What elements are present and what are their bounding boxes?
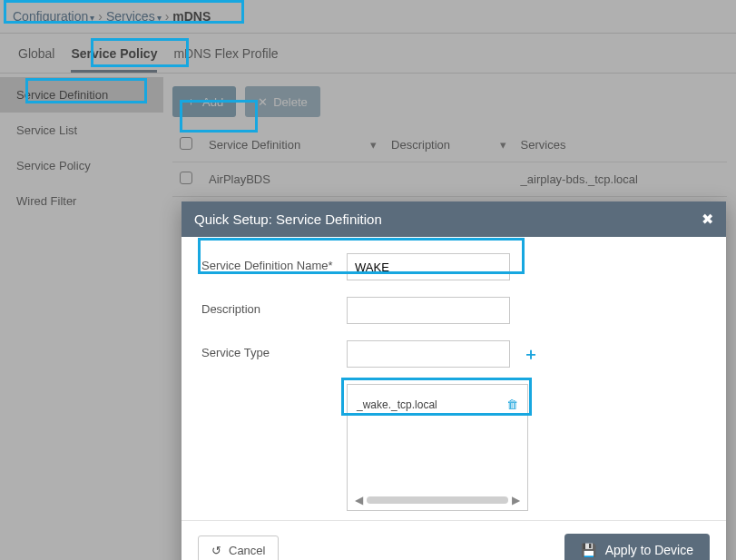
service-definition-name-input[interactable] <box>347 253 510 280</box>
trash-icon[interactable]: 🗑 <box>506 398 518 411</box>
scroll-track[interactable] <box>367 496 508 504</box>
col-header-description[interactable]: Description <box>391 138 450 152</box>
quick-setup-dialog: Quick Setup: Service Definition ✖ Servic… <box>182 201 726 560</box>
sidebar-item-service-definition[interactable]: Service Definition <box>0 77 163 113</box>
close-icon[interactable]: ✖ <box>702 211 713 228</box>
dialog-title: Quick Setup: Service Definition <box>194 211 382 227</box>
undo-icon: ↺ <box>211 544 221 557</box>
row-checkbox[interactable] <box>180 172 192 184</box>
add-service-type-icon[interactable]: ＋ <box>523 343 539 365</box>
chevron-right-icon: › <box>165 9 170 24</box>
chevron-down-icon: ▾ <box>90 13 94 23</box>
col-header-services[interactable]: Services <box>521 138 566 152</box>
col-header-definition[interactable]: Service Definition <box>209 138 300 152</box>
service-type-entry: _wake._tcp.local 🗑 <box>355 394 520 415</box>
main-content: ＋ Add ✕ Delete Service Definition▾ Descr… <box>163 74 736 219</box>
delete-button-label: Delete <box>273 95 308 109</box>
service-type-entry-text: _wake._tcp.local <box>357 398 437 411</box>
dialog-header: Quick Setup: Service Definition ✖ <box>182 201 726 237</box>
service-type-list: _wake._tcp.local 🗑 ◀ ▶ <box>347 384 528 511</box>
cell-description <box>384 162 514 197</box>
scroll-right-icon[interactable]: ▶ <box>512 494 520 506</box>
add-button[interactable]: ＋ Add <box>172 86 236 117</box>
apply-to-device-button[interactable]: 💾 Apply to Device <box>564 534 710 560</box>
cancel-button[interactable]: ↺ Cancel <box>198 535 279 561</box>
service-definition-table: Service Definition▾ Description▾ Service… <box>172 128 727 197</box>
breadcrumb: Configuration▾ › Services▾ › mDNS <box>0 0 736 34</box>
tab-mdns-flex-profile[interactable]: mDNS Flex Profile <box>173 46 278 73</box>
chevron-right-icon: › <box>98 9 103 24</box>
add-button-label: Add <box>202 95 223 109</box>
list-scrollbar[interactable]: ◀ ▶ <box>355 494 520 506</box>
select-all-checkbox[interactable] <box>180 137 192 150</box>
cell-services: _airplay-bds._tcp.local <box>514 162 727 197</box>
service-type-label: Service Type <box>201 340 347 359</box>
tab-service-policy[interactable]: Service Policy <box>71 46 157 73</box>
breadcrumb-current: mDNS <box>172 9 211 24</box>
sidebar-item-wired-filter[interactable]: Wired Filter <box>0 183 163 219</box>
sidebar-item-service-policy[interactable]: Service Policy <box>0 148 163 183</box>
sidebar-item-service-list[interactable]: Service List <box>0 113 163 148</box>
apply-label: Apply to Device <box>605 543 693 557</box>
filter-icon[interactable]: ▾ <box>500 138 506 152</box>
cancel-label: Cancel <box>229 544 265 557</box>
tab-global[interactable]: Global <box>18 46 54 73</box>
description-label: Description <box>201 297 347 316</box>
close-icon: ✕ <box>258 95 268 109</box>
service-type-input[interactable] <box>347 340 510 368</box>
plus-icon: ＋ <box>185 93 197 110</box>
filter-icon[interactable]: ▾ <box>370 138 377 152</box>
table-row[interactable]: AirPlayBDS _airplay-bds._tcp.local <box>172 162 727 197</box>
delete-button[interactable]: ✕ Delete <box>245 86 320 117</box>
cell-definition: AirPlayBDS <box>201 162 384 197</box>
tabs: Global Service Policy mDNS Flex Profile <box>0 34 736 74</box>
chevron-down-icon: ▾ <box>157 13 162 23</box>
breadcrumb-services[interactable]: Services▾ <box>106 9 162 24</box>
save-icon: 💾 <box>581 543 596 557</box>
breadcrumb-configuration[interactable]: Configuration▾ <box>13 9 94 24</box>
name-label: Service Definition Name* <box>201 253 347 272</box>
description-input[interactable] <box>347 297 510 324</box>
scroll-left-icon[interactable]: ◀ <box>355 494 363 506</box>
sidebar: Service Definition Service List Service … <box>0 74 163 219</box>
